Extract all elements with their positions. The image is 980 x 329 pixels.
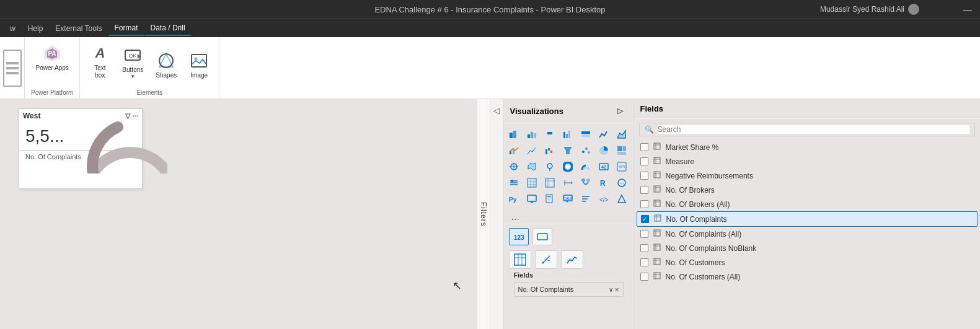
viz-gauge[interactable] <box>578 159 593 174</box>
fields-search-box[interactable]: 🔍 <box>639 123 976 136</box>
field-selector[interactable]: No. Of Complaints ∨ ✕ <box>514 282 624 297</box>
viz-type-card-btn[interactable]: 123 <box>509 228 529 245</box>
viz-icons-grid: 42 KPI <box>504 123 633 210</box>
viz-analytics-btn[interactable] <box>561 250 583 269</box>
field-item[interactable]: No. Of Complaints (All) <box>637 227 978 241</box>
field-item[interactable]: ✓No. Of Complaints <box>637 211 978 227</box>
window-title: EDNA Challenge # 6 - Insurance Complaint… <box>374 5 605 14</box>
power-apps-button[interactable]: PA Power Apps <box>32 41 72 74</box>
field-item[interactable]: No. Of Customers <box>637 255 978 270</box>
viz-paginated[interactable] <box>542 191 557 206</box>
field-item[interactable]: Measure <box>637 154 978 169</box>
viz-scatter[interactable] <box>578 143 593 158</box>
viz-100pct-stacked[interactable] <box>578 127 593 142</box>
power-apps-label: Power Apps <box>35 64 68 72</box>
menu-item-help[interactable]: Help <box>22 22 50 35</box>
svg-text:42: 42 <box>601 165 606 169</box>
viz-bottom-section: 123 Fields <box>504 224 633 302</box>
viz-format-btn[interactable] <box>535 250 557 269</box>
field-checkbox[interactable] <box>640 186 648 194</box>
viz-custom[interactable]: ··· <box>614 175 629 190</box>
viz-table[interactable] <box>524 175 539 190</box>
viz-clustered-bar[interactable] <box>524 127 539 142</box>
field-label: No. Of Brokers (All) <box>666 200 730 209</box>
field-checkbox[interactable] <box>640 230 648 238</box>
shapes-button[interactable]: Shapes <box>152 48 180 82</box>
expand-viz-button[interactable]: ▷ <box>614 104 627 118</box>
field-checkbox[interactable] <box>640 258 648 266</box>
svg-rect-14 <box>534 133 536 138</box>
viz-clustered-col[interactable] <box>560 127 575 142</box>
viz-matrix[interactable] <box>542 175 557 190</box>
viz-python[interactable]: Py <box>506 191 521 206</box>
field-checkbox[interactable] <box>640 172 648 180</box>
field-checkbox[interactable] <box>640 273 648 281</box>
field-item[interactable]: Negative Reimbursements <box>637 169 978 183</box>
viz-decomp-tree[interactable] <box>560 175 575 190</box>
viz-donut[interactable] <box>560 159 575 174</box>
viz-qna[interactable]: Q&A <box>560 191 575 206</box>
collapse-viz-button[interactable]: ◁ <box>490 104 503 116</box>
viz-treemap[interactable] <box>614 143 629 158</box>
image-button[interactable]: Image <box>185 48 213 82</box>
viz-map[interactable] <box>506 159 521 174</box>
viz-smart-narrative[interactable] <box>524 191 539 206</box>
viz-type-alt-btn[interactable] <box>532 228 552 245</box>
field-selector-close[interactable]: ✕ <box>614 286 619 293</box>
gauge-arc <box>87 112 167 173</box>
field-item[interactable]: No. Of Brokers <box>637 183 978 197</box>
field-item[interactable]: No. Of Complaints NoBlank <box>637 241 978 255</box>
field-selector-chevron[interactable]: ∨ <box>609 286 613 293</box>
viz-ribbon[interactable] <box>524 143 539 158</box>
buttons-button[interactable]: OK Buttons ▼ <box>118 43 147 82</box>
viz-slicer[interactable] <box>506 175 521 190</box>
viz-narrative[interactable] <box>578 191 593 206</box>
textbox-button[interactable]: A Textbox <box>86 41 113 82</box>
viz-stacked-col[interactable] <box>542 127 557 142</box>
field-item[interactable]: Market Share % <box>637 140 978 154</box>
viz-card[interactable]: 42 <box>596 159 611 174</box>
viz-azure-map[interactable] <box>542 159 557 174</box>
viz-area-chart[interactable] <box>614 127 629 142</box>
viz-custom-visual[interactable] <box>614 191 629 206</box>
viz-filled-map[interactable] <box>524 159 539 174</box>
elements-label: Elements <box>136 89 162 96</box>
filters-panel[interactable]: Filters <box>477 99 490 329</box>
menu-item-w[interactable]: w <box>4 22 22 35</box>
svg-marker-75 <box>566 201 568 203</box>
viz-line-chart[interactable] <box>596 127 611 142</box>
viz-kpi[interactable]: KPI <box>614 159 629 174</box>
svg-rect-108 <box>654 230 660 236</box>
viz-power-automate[interactable]: </> <box>596 191 611 206</box>
field-item[interactable]: No. Of Customers (All) <box>637 270 978 284</box>
fields-header-label: Fields <box>640 104 664 113</box>
field-label: No. Of Complaints <box>666 215 727 224</box>
power-apps-icon: PA <box>42 43 62 63</box>
field-checkbox[interactable] <box>640 200 648 208</box>
fields-search-input[interactable] <box>658 125 970 134</box>
textbox-icon: A <box>90 43 110 63</box>
menu-item-external-tools[interactable]: External Tools <box>49 22 108 35</box>
menu-item-data-drill[interactable]: Data / Drill <box>144 21 192 36</box>
svg-rect-82 <box>537 234 547 240</box>
viz-stacked-bar[interactable] <box>506 127 521 142</box>
viz-pie[interactable] <box>596 143 611 158</box>
viz-line-col[interactable] <box>506 143 521 158</box>
field-checkbox[interactable] <box>640 157 648 165</box>
viz-waterfall[interactable] <box>542 143 557 158</box>
field-checkbox[interactable] <box>640 244 648 252</box>
field-checkbox[interactable]: ✓ <box>641 215 649 223</box>
menu-item-format[interactable]: Format <box>108 21 144 36</box>
viz-more-button[interactable]: ... <box>509 211 522 222</box>
minimize-button[interactable]: — <box>955 0 980 19</box>
viz-key-influencers[interactable] <box>578 175 593 190</box>
svg-marker-60 <box>571 181 573 185</box>
svg-rect-18 <box>568 131 570 138</box>
field-item[interactable]: No. Of Brokers (All) <box>637 197 978 211</box>
viz-fields-btn[interactable] <box>509 250 531 269</box>
viz-r-script[interactable]: R <box>596 175 611 190</box>
field-checkbox[interactable] <box>640 143 648 151</box>
svg-point-89 <box>542 261 544 264</box>
viz-panel: Visualizations ▷ <box>504 99 634 329</box>
viz-funnel[interactable] <box>560 143 575 158</box>
